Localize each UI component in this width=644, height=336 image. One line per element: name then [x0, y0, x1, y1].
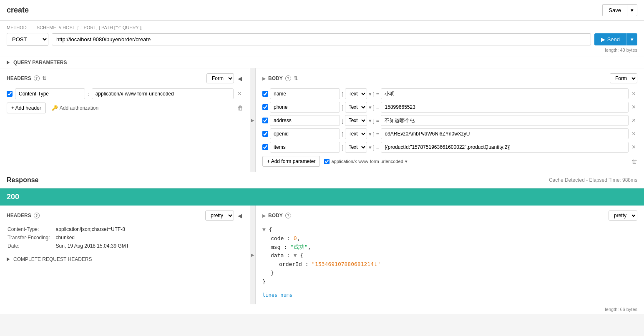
- body-row-1: [ TextFile ▾ ] = ×: [262, 102, 637, 113]
- save-button[interactable]: Save: [602, 4, 627, 16]
- body-key-1[interactable]: [270, 102, 340, 113]
- content-type-label: application/x-www-form-urlencoded: [331, 159, 403, 164]
- body-remove-0[interactable]: ×: [630, 90, 637, 98]
- body-row-4: [ TextFile ▾ ] = ×: [262, 142, 637, 153]
- json-key-code: code: [271, 235, 284, 241]
- save-dropdown-arrow[interactable]: ▾: [627, 4, 637, 16]
- length-info: length: 40 bytes: [7, 48, 637, 53]
- resp-body-info-icon[interactable]: ?: [285, 213, 291, 218]
- header-colon-0: :: [88, 91, 89, 97]
- url-input[interactable]: [52, 33, 591, 45]
- body-val-2[interactable]: [381, 115, 628, 126]
- body-remove-3[interactable]: ×: [630, 130, 637, 138]
- body-checkbox-1[interactable]: [262, 104, 268, 110]
- resp-headers-collapse-arrow[interactable]: ◀: [236, 212, 243, 219]
- resp-expand-arrow[interactable]: ▶: [251, 253, 254, 257]
- resp-body-panel-header: ▶ BODY ? pretty raw: [262, 211, 637, 221]
- bracket-open-0: [: [342, 91, 343, 97]
- body-remove-2[interactable]: ×: [630, 117, 637, 124]
- body-key-0[interactable]: [270, 88, 340, 99]
- header-remove-0[interactable]: ×: [236, 90, 243, 98]
- header-checkbox-0[interactable]: [7, 91, 13, 97]
- json-key-data: data: [271, 252, 284, 258]
- equals-3: =: [376, 131, 380, 137]
- equals-4: =: [376, 144, 380, 150]
- json-close-brace: }: [262, 278, 266, 285]
- status-code: 200: [7, 193, 19, 201]
- json-collapse-toggle[interactable]: ▼: [262, 226, 266, 233]
- body-remove-4[interactable]: ×: [630, 143, 637, 151]
- resp-headers-pretty-dropdown[interactable]: pretty raw: [205, 211, 234, 221]
- body-checkbox-3[interactable]: [262, 131, 268, 137]
- body-type-1[interactable]: TextFile: [345, 102, 367, 113]
- resp-body-expand-arrow[interactable]: ▶: [262, 213, 266, 218]
- json-open-brace: {: [269, 226, 272, 233]
- body-key-3[interactable]: [270, 128, 340, 139]
- headers-panel-header: HEADERS ? ⇅ Form Raw ◀: [7, 73, 243, 83]
- add-header-button[interactable]: + Add header: [7, 103, 46, 113]
- add-auth-button[interactable]: 🔑 Add authorization: [52, 105, 98, 111]
- body-type-4[interactable]: TextFile: [345, 142, 367, 153]
- body-remove-1[interactable]: ×: [630, 103, 637, 111]
- bracket-open-3: [: [342, 131, 343, 137]
- complete-req-toggle[interactable]: COMPLETE REQUEST HEADERS: [7, 256, 243, 262]
- add-param-button[interactable]: + Add form parameter: [262, 156, 320, 167]
- lines-nums-link[interactable]: lines nums: [262, 291, 292, 299]
- body-val-0[interactable]: [381, 88, 628, 99]
- json-close-brace-line: }: [262, 278, 637, 286]
- json-data-collapse[interactable]: ▼: [294, 252, 297, 258]
- json-lines-nums-container: lines nums: [262, 289, 637, 300]
- query-params-section: QUERY PARAMETERS: [0, 57, 644, 68]
- header-row-0: : ×: [7, 88, 243, 99]
- body-actions: + Add form parameter application/x-www-f…: [262, 156, 408, 167]
- body-footer: + Add form parameter application/x-www-f…: [262, 156, 637, 167]
- body-type-2[interactable]: TextFile: [345, 115, 367, 126]
- body-val-4[interactable]: [381, 142, 628, 153]
- response-footer: length: 66 bytes: [0, 304, 644, 314]
- body-val-1[interactable]: [381, 102, 628, 113]
- body-sort-icon[interactable]: ⇅: [294, 75, 298, 81]
- headers-collapse-arrow[interactable]: ◀: [236, 75, 243, 82]
- content-type-arrow[interactable]: ▾: [405, 159, 408, 164]
- body-info-icon[interactable]: ?: [285, 75, 291, 81]
- expand-arrow[interactable]: ▶: [251, 118, 254, 123]
- headers-info-icon[interactable]: ?: [34, 75, 40, 81]
- equals-2: =: [376, 118, 380, 124]
- bracket-open-4: [: [342, 144, 343, 150]
- body-key-4[interactable]: [270, 142, 340, 153]
- content-type-checkbox[interactable]: [324, 159, 330, 164]
- body-type-0[interactable]: TextFile: [345, 88, 367, 99]
- bracket-close-0: ▾ ]: [369, 91, 375, 97]
- response-section: Response Cache Detected - Elapsed Time: …: [0, 172, 644, 314]
- header-key-0[interactable]: [15, 88, 85, 99]
- body-checkbox-2[interactable]: [262, 118, 268, 123]
- method-dropdown[interactable]: POST GET PUT DELETE: [7, 33, 48, 45]
- header-val-0[interactable]: [92, 88, 234, 99]
- headers-form-dropdown[interactable]: Form Raw: [206, 73, 234, 83]
- headers-delete-button[interactable]: 🗑: [237, 105, 243, 111]
- query-params-toggle[interactable]: QUERY PARAMETERS: [7, 60, 637, 65]
- response-headers-panel: HEADERS ? pretty raw ◀ Content-Type: app…: [0, 206, 250, 304]
- json-comma-code: ,: [297, 235, 300, 241]
- resp-headers-info-icon[interactable]: ?: [34, 213, 40, 218]
- send-button[interactable]: ▶ Send: [594, 33, 626, 45]
- body-collapse-arrow[interactable]: ▶: [262, 76, 266, 81]
- body-type-3[interactable]: TextFile: [345, 128, 367, 139]
- body-form-dropdown[interactable]: Form Raw: [610, 73, 637, 83]
- body-checkbox-4[interactable]: [262, 144, 268, 150]
- body-key-2[interactable]: [270, 115, 340, 126]
- body-checkbox-0[interactable]: [262, 91, 268, 97]
- body-panel-header: ▶ BODY ? ⇅ Form Raw: [262, 73, 637, 83]
- headers-panel: HEADERS ? ⇅ Form Raw ◀ : × + Add header: [0, 68, 250, 172]
- send-icon: ▶: [601, 36, 605, 43]
- body-val-3[interactable]: [381, 128, 628, 139]
- url-bar: METHOD SCHEME :// HOST [":" PORT] [ PATH…: [0, 21, 644, 57]
- headers-sort-icon[interactable]: ⇅: [42, 75, 46, 81]
- send-dropdown-arrow[interactable]: ▾: [626, 33, 637, 45]
- resp-header-val-2: Sun, 19 Aug 2018 15:04:39 GMT: [56, 243, 129, 251]
- resp-headers-panel-right: pretty raw ◀: [205, 211, 243, 221]
- resp-body-pretty-dropdown[interactable]: pretty raw: [609, 211, 637, 221]
- json-data-open: {: [300, 252, 303, 258]
- body-delete-button[interactable]: 🗑: [631, 158, 637, 165]
- method-select[interactable]: POST GET PUT DELETE: [7, 33, 48, 46]
